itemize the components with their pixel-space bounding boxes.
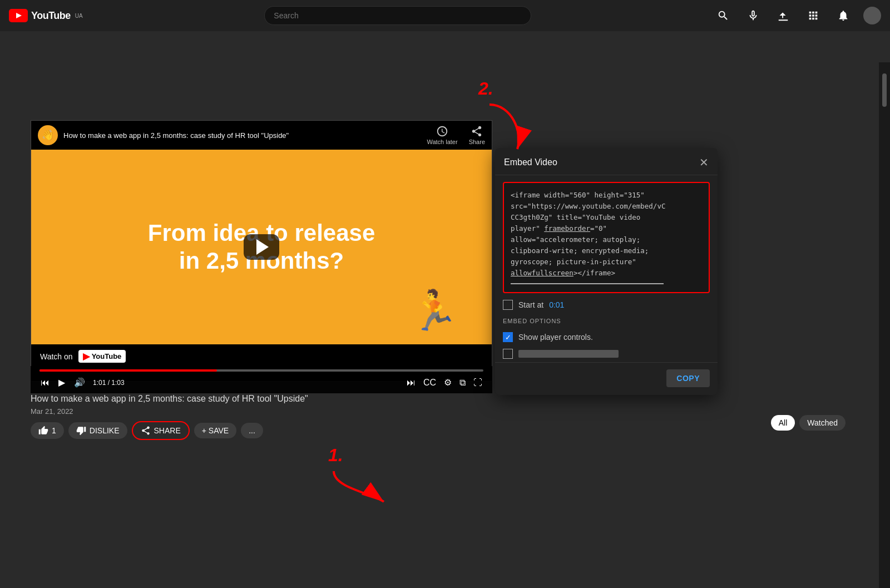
time-display: 1:01 / 1:03 — [93, 379, 125, 387]
copy-button[interactable]: COPY — [666, 369, 710, 387]
microphone-icon-button[interactable] — [743, 6, 763, 26]
video-actions-row: 1 DISLIKE SHARE + SAVE ... — [31, 421, 464, 440]
video-player: 👋 How to make a web app in 2,5 months: c… — [31, 120, 492, 382]
notifications-icon — [837, 9, 849, 22]
youtube-wordmark: YouTube — [31, 10, 71, 22]
user-avatar[interactable] — [863, 7, 881, 24]
scrollbar-thumb — [882, 73, 887, 107]
watch-on-label: Watch on — [40, 352, 73, 361]
watch-on-bar: Watch on ▶ YouTube — [31, 344, 492, 368]
top-navigation: YouTube UA — [0, 0, 890, 31]
progress-fill — [39, 369, 217, 372]
search-area — [90, 6, 706, 25]
annotation-1-label: 1. — [328, 445, 343, 465]
publish-date: Mar 21, 2022 — [31, 407, 73, 416]
share-action-icon — [141, 426, 151, 436]
start-at-time[interactable]: 0:01 — [549, 300, 564, 309]
microphone-icon — [747, 9, 759, 22]
embed-copy-row: COPY — [495, 362, 718, 395]
video-info-area: How to make a web app in 2,5 months: cas… — [0, 387, 495, 447]
search-box — [264, 6, 531, 25]
annotation-2: 2. — [478, 78, 534, 155]
search-input[interactable] — [265, 7, 531, 24]
embed-modal-title: Embed Video — [504, 157, 557, 167]
annotation-2-label: 2. — [478, 78, 493, 98]
runner-figure: 🏃 — [410, 288, 458, 333]
video-meta: Mar 21, 2022 — [31, 407, 464, 416]
share-button[interactable]: SHARE — [132, 421, 190, 440]
embed-video-modal: Embed Video ✕ <iframe width="560" height… — [495, 148, 718, 395]
second-option-row — [495, 345, 718, 362]
upload-icon — [777, 9, 789, 22]
country-badge: UA — [75, 13, 83, 19]
video-thumbnail: From idea to release in 2,5 months? 🏃 — [31, 150, 492, 344]
annotation-1: 1. — [328, 445, 395, 510]
yt-badge-icon: ▶ — [83, 351, 90, 362]
more-button[interactable]: ... — [241, 423, 263, 438]
apps-icon-button[interactable] — [803, 6, 823, 26]
like-button[interactable]: 1 — [31, 422, 64, 439]
video-top-bar: 👋 How to make a web app in 2,5 months: c… — [31, 121, 492, 150]
nav-icons — [713, 6, 881, 26]
youtube-badge: ▶ YouTube — [78, 350, 126, 363]
upload-icon-button[interactable] — [773, 6, 793, 26]
second-option-checkbox[interactable] — [503, 349, 513, 359]
play-button[interactable] — [244, 234, 279, 260]
embed-code-underline — [511, 283, 664, 284]
sidebar-filter-pills: All Watched — [771, 415, 846, 431]
yt-badge-text: YouTube — [92, 352, 122, 360]
show-controls-checkbox[interactable] — [503, 332, 513, 342]
watched-pill-button[interactable]: Watched — [799, 415, 846, 431]
start-at-label: Start at — [518, 300, 543, 309]
search-icon — [717, 9, 729, 22]
apps-icon — [807, 9, 819, 22]
embed-options-label: EMBED OPTIONS — [495, 315, 718, 329]
second-option-label — [518, 350, 619, 358]
sidebar-scrollbar[interactable] — [879, 62, 890, 588]
play-triangle — [256, 239, 269, 255]
video-info-title: How to make a web app in 2,5 months: cas… — [31, 394, 464, 404]
annotation-1-arrow — [328, 466, 395, 510]
youtube-logo-icon — [9, 9, 28, 22]
watch-later-button[interactable]: Watch later — [427, 125, 457, 145]
embed-code-box[interactable]: <iframe width="560" height="315" src="ht… — [503, 182, 710, 293]
clock-icon — [436, 125, 448, 137]
dislike-button[interactable]: DISLIKE — [68, 422, 127, 439]
channel-icon: 👋 — [38, 125, 58, 145]
save-button[interactable]: + SAVE — [194, 423, 236, 438]
main-content: 👋 How to make a web app in 2,5 months: c… — [0, 31, 890, 588]
youtube-logo[interactable]: YouTube UA — [9, 9, 83, 22]
show-controls-row: Show player controls. — [495, 329, 718, 345]
start-at-checkbox[interactable] — [503, 300, 513, 310]
thumbs-up-icon — [38, 426, 48, 436]
video-top-actions: Watch later Share — [427, 125, 485, 145]
thumbs-down-icon — [76, 426, 86, 436]
annotation-2-arrow — [478, 99, 534, 155]
embed-close-button[interactable]: ✕ — [699, 156, 709, 169]
search-icon-button[interactable] — [713, 6, 733, 26]
embed-start-row: Start at 0:01 — [495, 300, 718, 315]
show-controls-label: Show player controls. — [518, 333, 593, 342]
video-title-top: How to make a web app in 2,5 months: cas… — [63, 131, 421, 140]
embed-code-text: <iframe width="560" height="315" src="ht… — [511, 191, 665, 277]
progress-bar[interactable] — [39, 369, 483, 372]
all-pill-button[interactable]: All — [771, 415, 795, 431]
notifications-icon-button[interactable] — [833, 6, 853, 26]
